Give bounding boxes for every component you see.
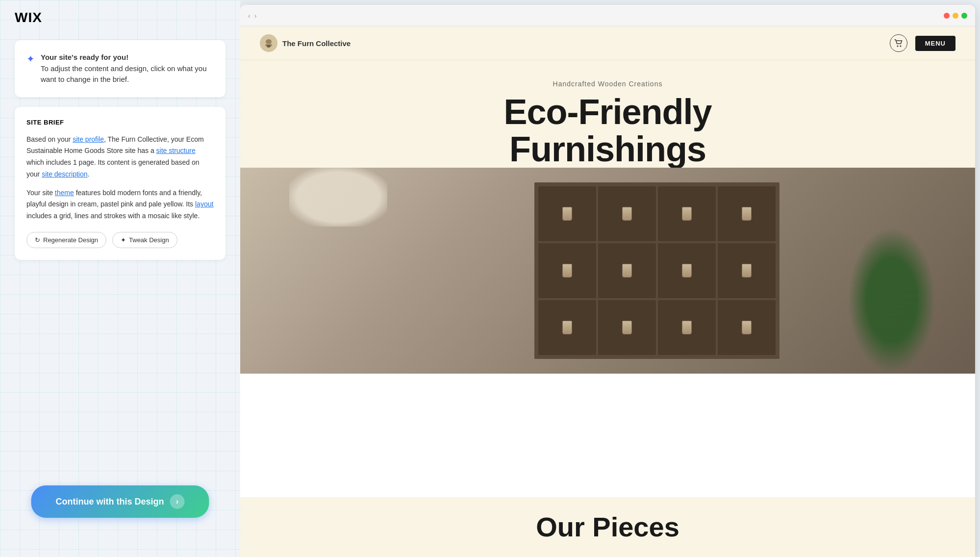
refresh-icon: ↻ xyxy=(35,236,40,244)
site-structure-link[interactable]: site structure xyxy=(156,147,196,154)
ready-card: ✦ Your site's ready for you! To adjust t… xyxy=(15,40,226,97)
shelf-cell xyxy=(718,243,776,298)
wix-logo: WIX xyxy=(15,10,42,25)
ready-card-line1: Your site's ready for you! xyxy=(41,53,128,61)
continue-with-design-button[interactable]: Continue with this Design › xyxy=(31,485,209,518)
svg-point-4 xyxy=(897,46,898,47)
brief-actions: ↻ Regenerate Design ✦ Tweak Design xyxy=(26,232,214,248)
shelf-cell xyxy=(658,186,716,241)
plant-decoration xyxy=(848,227,936,374)
hero-title-line2: Furnishings xyxy=(260,131,955,168)
arrow-icon: › xyxy=(170,494,185,509)
right-panel: ‹ › xyxy=(240,0,980,557)
shelf-cell xyxy=(538,243,596,298)
site-profile-link[interactable]: site profile xyxy=(73,135,104,143)
shelf-cell xyxy=(718,300,776,355)
tweak-design-button[interactable]: ✦ Tweak Design xyxy=(112,232,177,248)
site-logo-text: The Furn Collective xyxy=(282,39,351,48)
svg-point-5 xyxy=(900,46,901,47)
svg-point-3 xyxy=(267,45,271,48)
shelf-cell xyxy=(598,300,656,355)
shelf-cell xyxy=(598,243,656,298)
shelf-grid xyxy=(534,182,779,359)
shelf-background xyxy=(240,168,975,374)
shelf-cell xyxy=(658,300,716,355)
site-brief-card: SITE BRIEF Based on your site profile, T… xyxy=(15,107,226,260)
left-panel: WIX ✦ Your site's ready for you! To adju… xyxy=(0,0,240,557)
site-brief-paragraph2: Your site theme features bold modern fon… xyxy=(26,187,214,222)
browser-dots xyxy=(944,13,967,19)
browser-window: ‹ › xyxy=(240,5,975,557)
layout-link[interactable]: layout xyxy=(195,200,213,208)
hero-title: Eco-Friendly Furnishings xyxy=(260,94,955,168)
maximize-dot[interactable] xyxy=(961,13,967,19)
shelf-cell xyxy=(598,186,656,241)
hero-image xyxy=(240,168,975,497)
bottom-section: Our Pieces xyxy=(240,497,975,557)
hero-title-line1: Eco-Friendly xyxy=(260,94,955,131)
cart-button[interactable] xyxy=(890,34,907,52)
hero-subtitle: Handcrafted Wooden Creations xyxy=(260,80,955,88)
shelf-cell xyxy=(718,186,776,241)
svg-point-0 xyxy=(266,39,272,44)
site-header: The Furn Collective MENU xyxy=(240,26,975,60)
sparkle-icon: ✦ xyxy=(26,53,35,65)
site-brief-paragraph1: Based on your site profile, The Furn Col… xyxy=(26,134,214,180)
forward-arrow[interactable]: › xyxy=(254,12,257,20)
nav-arrows: ‹ › xyxy=(248,12,256,20)
hero-section: Handcrafted Wooden Creations Eco-Friendl… xyxy=(240,60,975,168)
wand-icon: ✦ xyxy=(121,236,126,244)
shelf-cell xyxy=(658,243,716,298)
regenerate-design-button[interactable]: ↻ Regenerate Design xyxy=(26,232,106,248)
site-description-link[interactable]: site description xyxy=(42,170,87,178)
minimize-dot[interactable] xyxy=(953,13,958,19)
flowers-decoration xyxy=(289,168,387,227)
shelf-cell xyxy=(538,300,596,355)
logo-icon xyxy=(260,34,277,52)
back-arrow[interactable]: ‹ xyxy=(248,12,251,20)
our-pieces-title: Our Pieces xyxy=(260,512,955,542)
website-content: The Furn Collective MENU Handcrafted Woo xyxy=(240,26,975,557)
ready-card-text: Your site's ready for you! To adjust the… xyxy=(41,52,214,85)
site-brief-title: SITE BRIEF xyxy=(26,119,214,126)
site-logo: The Furn Collective xyxy=(260,34,351,52)
shelf-cell xyxy=(538,186,596,241)
site-nav: MENU xyxy=(890,34,955,52)
continue-btn-label: Continue with this Design xyxy=(56,497,164,507)
theme-link[interactable]: theme xyxy=(55,189,74,197)
ready-card-line2: To adjust the content and design, click … xyxy=(41,64,207,84)
close-dot[interactable] xyxy=(944,13,950,19)
menu-button[interactable]: MENU xyxy=(915,36,955,51)
browser-chrome: ‹ › xyxy=(240,5,975,26)
